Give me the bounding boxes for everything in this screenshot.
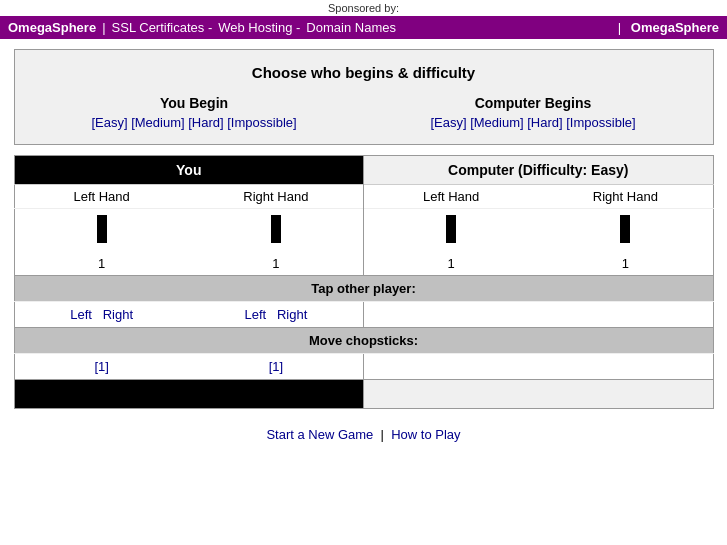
comp-hard-link[interactable]: [Hard]	[527, 115, 562, 130]
comp-left-hand-label: Left Hand	[364, 185, 539, 209]
you-tap2-left-link[interactable]: Left	[244, 307, 266, 322]
banner-right: | OmegaSphere	[618, 20, 719, 35]
comp-right-count: 1	[538, 252, 713, 276]
you-hard-link[interactable]: [Hard]	[188, 115, 223, 130]
you-move-left-link[interactable]: [1]	[94, 359, 108, 374]
comp-left-fingers	[364, 209, 539, 253]
hosting-link[interactable]: Web Hosting -	[218, 20, 300, 35]
sponsored-label: Sponsored by:	[0, 0, 727, 16]
choose-difficulty-box: Choose who begins & difficulty You Begin…	[14, 49, 714, 145]
separator-left: |	[102, 20, 105, 35]
you-impossible-link[interactable]: [Impossible]	[227, 115, 296, 130]
you-tap2-right-link[interactable]: Right	[277, 307, 307, 322]
brand-right: OmegaSphere	[631, 20, 719, 35]
game-board: You Computer (Difficulty: Easy) Left Han…	[14, 155, 714, 409]
comp-black-button-cell	[364, 380, 714, 409]
domain-link[interactable]: Domain Names	[306, 20, 396, 35]
you-right-hand-label: Right Hand	[189, 185, 364, 209]
finger-row	[14, 209, 713, 253]
you-black-button-cell	[14, 380, 364, 409]
difficulty-row: You Begin [Easy] [Medium] [Hard] [Imposs…	[25, 95, 703, 130]
you-medium-link[interactable]: [Medium]	[131, 115, 184, 130]
bottom-links: Start a New Game | How to Play	[0, 419, 727, 450]
comp-easy-link[interactable]: [Easy]	[430, 115, 466, 130]
you-move-left-cell: [1]	[14, 354, 189, 380]
you-right-count: 1	[189, 252, 364, 276]
you-move-right-cell: [1]	[189, 354, 364, 380]
tap-header: Tap other player:	[14, 276, 713, 302]
comp-medium-link[interactable]: [Medium]	[470, 115, 523, 130]
comp-left-finger-bar	[446, 215, 456, 243]
you-move-right-link[interactable]: [1]	[269, 359, 283, 374]
comp-empty-cell	[364, 380, 713, 408]
sponsored-text: Sponsored by:	[328, 2, 399, 14]
computer-begins-label: Computer Begins	[430, 95, 635, 111]
comp-impossible-link[interactable]: [Impossible]	[566, 115, 635, 130]
you-tap-right-cell: Left Right	[189, 302, 364, 328]
you-right-fingers	[189, 209, 364, 253]
tap-header-row: Tap other player:	[14, 276, 713, 302]
you-tap-left-cell: Left Right	[14, 302, 189, 328]
computer-begins-col: Computer Begins [Easy] [Medium] [Hard] […	[430, 95, 635, 130]
howto-play-link[interactable]: How to Play	[391, 427, 460, 442]
player-header-row: You Computer (Difficulty: Easy)	[14, 156, 713, 185]
you-begin-links: [Easy] [Medium] [Hard] [Impossible]	[91, 115, 296, 130]
you-left-hand-label: Left Hand	[14, 185, 189, 209]
comp-right-hand-label: Right Hand	[538, 185, 713, 209]
you-left-finger-bar	[97, 215, 107, 243]
move-action-row: [1] [1]	[14, 354, 713, 380]
hand-label-row: Left Hand Right Hand Left Hand Right Han…	[14, 185, 713, 209]
you-left-fingers	[14, 209, 189, 253]
computer-begins-links: [Easy] [Medium] [Hard] [Impossible]	[430, 115, 635, 130]
comp-right-fingers	[538, 209, 713, 253]
separator-right: |	[618, 20, 621, 35]
footer-separator: |	[381, 427, 384, 442]
top-banner: OmegaSphere | SSL Certificates - Web Hos…	[0, 16, 727, 39]
count-row: 1 1 1 1	[14, 252, 713, 276]
move-header: Move chopsticks:	[14, 328, 713, 354]
ssl-link[interactable]: SSL Certificates -	[112, 20, 213, 35]
brand-left: OmegaSphere	[8, 20, 96, 35]
comp-tap-right-cell	[538, 302, 713, 328]
you-easy-link[interactable]: [Easy]	[91, 115, 127, 130]
you-header: You	[14, 156, 364, 185]
comp-move-left-cell	[364, 354, 539, 380]
black-button-row	[14, 380, 713, 409]
banner-left: OmegaSphere | SSL Certificates - Web Hos…	[8, 20, 396, 35]
you-tap-left-link[interactable]: Left	[70, 307, 92, 322]
you-begin-col: You Begin [Easy] [Medium] [Hard] [Imposs…	[91, 95, 296, 130]
start-game-link[interactable]: Start a New Game	[266, 427, 373, 442]
computer-header: Computer (Difficulty: Easy)	[364, 156, 714, 185]
comp-tap-left-cell	[364, 302, 539, 328]
you-left-count: 1	[14, 252, 189, 276]
you-tap-right-link[interactable]: Right	[103, 307, 133, 322]
comp-move-right-cell	[538, 354, 713, 380]
you-black-button[interactable]	[15, 380, 364, 408]
you-right-finger-bar	[271, 215, 281, 243]
comp-right-finger-bar	[620, 215, 630, 243]
tap-action-row: Left Right Left Right	[14, 302, 713, 328]
comp-left-count: 1	[364, 252, 539, 276]
move-header-row: Move chopsticks:	[14, 328, 713, 354]
you-begin-label: You Begin	[91, 95, 296, 111]
choose-title: Choose who begins & difficulty	[25, 64, 703, 81]
